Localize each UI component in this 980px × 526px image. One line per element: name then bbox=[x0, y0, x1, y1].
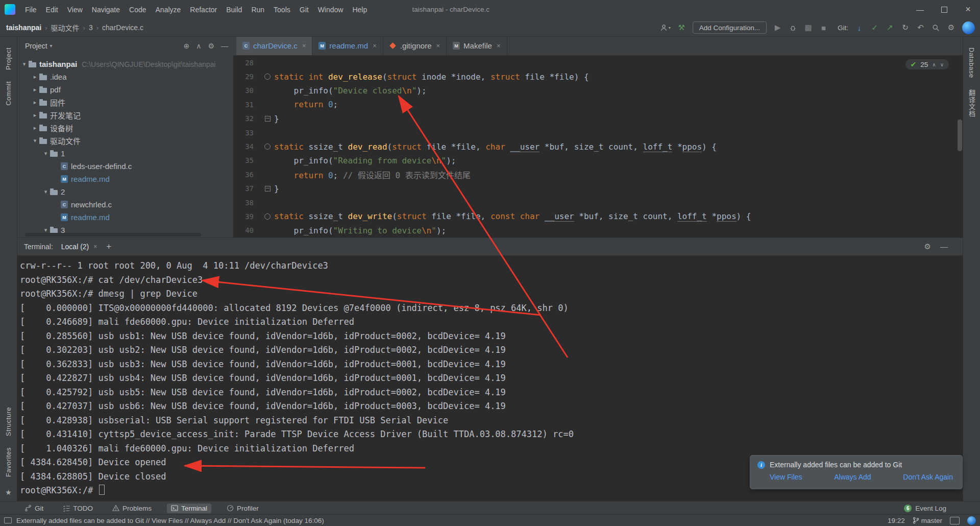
tree-item-readme-md[interactable]: Mreadme.md bbox=[17, 173, 233, 185]
fold-function-icon[interactable] bbox=[264, 144, 271, 150]
menu-item-edit[interactable]: Edit bbox=[41, 6, 63, 14]
stripe-button-database[interactable]: Database bbox=[968, 47, 975, 78]
fold-function-icon[interactable] bbox=[264, 213, 271, 220]
breadcrumb-item-taishanpai[interactable]: taishanpai bbox=[6, 23, 41, 32]
tab-makefile[interactable]: MMakefile× bbox=[447, 36, 507, 55]
code-with-me-icon[interactable]: ▾ bbox=[660, 22, 671, 33]
git-push-icon[interactable]: ↗ bbox=[886, 22, 894, 33]
chevron-right-icon[interactable]: ▸ bbox=[31, 99, 39, 106]
tree-item-1[interactable]: ▾1 bbox=[17, 147, 233, 160]
fold-close-icon[interactable] bbox=[265, 116, 271, 122]
menu-item-navigate[interactable]: Navigate bbox=[87, 6, 125, 14]
toolwindow-button-problems[interactable]: Problems bbox=[108, 504, 156, 513]
horizontal-scrollbar[interactable] bbox=[25, 233, 201, 236]
tree-item-taishanpai[interactable]: ▾taishanpaiC:\Users\QINGJUE\Desktop\git\… bbox=[17, 58, 233, 70]
close-button[interactable]: × bbox=[956, 0, 980, 19]
menu-item-help[interactable]: Help bbox=[348, 6, 372, 14]
tab-readme-md[interactable]: Mreadme.md× bbox=[312, 36, 383, 55]
git-update-icon[interactable]: ↓ bbox=[855, 22, 864, 33]
favorites-star-icon[interactable]: ★ bbox=[5, 488, 12, 496]
tree-item-2[interactable]: ▾2 bbox=[17, 185, 233, 198]
notification-action-view-files[interactable]: View Files bbox=[770, 473, 802, 481]
git-commit-icon[interactable]: ✓ bbox=[870, 22, 879, 33]
chevron-right-icon[interactable]: ▸ bbox=[31, 112, 39, 118]
stop-button[interactable]: ■ bbox=[819, 22, 828, 33]
toolwindow-button-profiler[interactable]: Profiler bbox=[223, 504, 263, 513]
next-issue-icon[interactable]: ∨ bbox=[940, 62, 944, 67]
locate-file-icon[interactable]: ⊕ bbox=[183, 42, 189, 50]
close-icon[interactable]: × bbox=[93, 243, 97, 250]
stripe-button-project[interactable]: Project bbox=[5, 47, 12, 70]
prev-issue-icon[interactable]: ∧ bbox=[932, 62, 936, 67]
search-everywhere-icon[interactable] bbox=[932, 22, 940, 33]
local-history-icon[interactable]: ↻ bbox=[901, 22, 910, 33]
code-editor[interactable]: 2829static int dev_release(struct inode … bbox=[233, 56, 963, 237]
tree-item-idea[interactable]: ▸.idea bbox=[17, 70, 233, 83]
menu-item-code[interactable]: Code bbox=[125, 6, 151, 14]
maximize-button[interactable] bbox=[932, 0, 956, 19]
terminal-hide-icon[interactable]: — bbox=[940, 242, 948, 251]
chevron-down-icon[interactable]: ▾ bbox=[41, 188, 50, 195]
chevron-right-icon[interactable]: ▸ bbox=[31, 74, 39, 80]
status-message[interactable]: Externally added files can be added to G… bbox=[16, 517, 324, 524]
chevron-right-icon[interactable]: ▸ bbox=[31, 86, 39, 93]
close-icon[interactable]: × bbox=[436, 42, 440, 50]
inspections-widget[interactable]: ✔ 25 ∧ ∨ bbox=[905, 59, 949, 69]
menu-item-analyze[interactable]: Analyze bbox=[151, 6, 186, 14]
breadcrumb-item-chardevice-c[interactable]: charDevice.c bbox=[102, 23, 143, 32]
close-icon[interactable]: × bbox=[302, 42, 306, 50]
editor-scrollbar[interactable] bbox=[958, 119, 962, 151]
tree-item-newchrled-c[interactable]: Cnewchrled.c bbox=[17, 198, 233, 211]
tab-gitignore[interactable]: .gitignore× bbox=[383, 36, 447, 55]
collapse-all-icon[interactable]: ∧ bbox=[196, 42, 201, 50]
breadcrumb-item-驱动文件[interactable]: 驱动文件 bbox=[51, 22, 80, 33]
tree-item-readme-md[interactable]: Mreadme.md bbox=[17, 211, 233, 224]
build-wrench-icon[interactable]: ⚒ bbox=[677, 22, 686, 33]
menu-item-window[interactable]: Window bbox=[313, 6, 348, 14]
toolwindow-button-todo[interactable]: TODO bbox=[59, 504, 97, 513]
notification-action-always-add[interactable]: Always Add bbox=[834, 473, 871, 481]
menu-item-tools[interactable]: Tools bbox=[269, 6, 295, 14]
menu-item-build[interactable]: Build bbox=[222, 6, 247, 14]
hide-panel-icon[interactable]: — bbox=[221, 42, 228, 50]
project-panel-title[interactable]: Project▾ bbox=[25, 42, 53, 50]
settings-gear-icon[interactable]: ⚙ bbox=[947, 22, 955, 33]
git-branch-widget[interactable]: master bbox=[913, 517, 942, 524]
notification-action-don-t-ask-again[interactable]: Don't Ask Again bbox=[903, 473, 953, 481]
chevron-down-icon[interactable]: ▾ bbox=[20, 61, 29, 67]
toolwindow-toggle-icon[interactable] bbox=[4, 517, 12, 523]
chevron-down-icon[interactable]: ▾ bbox=[41, 150, 50, 157]
toolwindow-button-terminal[interactable]: Terminal bbox=[167, 504, 211, 513]
menu-item-file[interactable]: File bbox=[20, 6, 41, 14]
terminal-tab-local[interactable]: Local (2) × bbox=[58, 238, 100, 255]
project-settings-icon[interactable]: ⚙ bbox=[208, 42, 214, 50]
chevron-down-icon[interactable]: ▾ bbox=[31, 137, 39, 144]
breadcrumb-item-3[interactable]: 3 bbox=[89, 23, 93, 32]
run-button[interactable]: ▶ bbox=[773, 22, 782, 33]
close-icon[interactable]: × bbox=[373, 42, 377, 50]
menu-item-git[interactable]: Git bbox=[295, 6, 313, 14]
menu-item-view[interactable]: View bbox=[63, 6, 87, 14]
fold-function-icon[interactable] bbox=[264, 74, 271, 80]
event-log-button[interactable]: 6 Event Log bbox=[904, 505, 980, 512]
fold-close-icon[interactable] bbox=[265, 186, 271, 192]
add-configuration-button[interactable]: Add Configuration... bbox=[693, 21, 767, 34]
rollback-icon[interactable]: ↶ bbox=[916, 22, 925, 33]
tree-item-开发笔记[interactable]: ▸开发笔记 bbox=[17, 109, 233, 122]
stripe-button-favorites[interactable]: Favorites bbox=[5, 447, 12, 477]
stripe-button-翻译文档[interactable]: 翻译文档 bbox=[967, 89, 976, 117]
stripe-button-commit[interactable]: Commit bbox=[5, 81, 12, 106]
close-icon[interactable]: × bbox=[497, 42, 501, 50]
tree-item-驱动文件[interactable]: ▾驱动文件 bbox=[17, 134, 233, 147]
minimize-button[interactable]: — bbox=[908, 0, 932, 19]
chevron-right-icon[interactable]: ▸ bbox=[31, 125, 39, 131]
tree-item-pdf[interactable]: ▸pdf bbox=[17, 83, 233, 96]
tree-item-leds-user-defind-c[interactable]: Cleds-user-defind.c bbox=[17, 160, 233, 173]
tree-item-固件[interactable]: ▸固件 bbox=[17, 96, 233, 109]
stripe-button-structure[interactable]: Structure bbox=[5, 407, 12, 436]
coverage-button[interactable]: ▦ bbox=[804, 22, 813, 33]
menu-item-run[interactable]: Run bbox=[247, 6, 269, 14]
menu-item-refactor[interactable]: Refactor bbox=[185, 6, 222, 14]
tab-chardevice-c[interactable]: CcharDevice.c× bbox=[236, 36, 312, 55]
user-avatar[interactable] bbox=[962, 21, 975, 34]
